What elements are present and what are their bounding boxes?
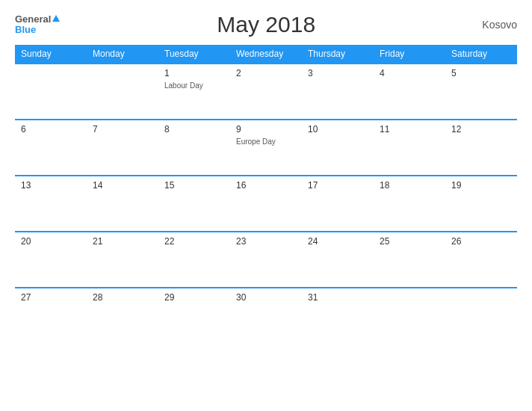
- day-number: 7: [93, 124, 152, 135]
- day-number: 23: [236, 236, 296, 247]
- day-of-week-header: Wednesday: [230, 45, 302, 64]
- calendar-week-row: 6789Europe Day101112: [15, 120, 517, 176]
- day-number: 5: [451, 68, 511, 78]
- calendar-cell: [87, 64, 158, 120]
- day-number: 22: [164, 236, 224, 247]
- day-number: 17: [308, 180, 368, 191]
- calendar-cell: 13: [15, 176, 87, 232]
- calendar-cell: [374, 288, 445, 344]
- calendar-week-row: 20212223242526: [15, 232, 517, 288]
- day-header-row: SundayMondayTuesdayWednesdayThursdayFrid…: [15, 45, 517, 64]
- calendar-cell: 20: [15, 232, 87, 288]
- day-number: 19: [451, 180, 511, 191]
- calendar-cell: 29: [158, 288, 230, 344]
- calendar-cell: 17: [302, 176, 374, 232]
- calendar-table: SundayMondayTuesdayWednesdayThursdayFrid…: [15, 45, 517, 344]
- calendar-cell: 10: [302, 120, 374, 176]
- calendar-cell: 1Labour Day: [158, 64, 230, 120]
- calendar-cell: 30: [230, 288, 302, 344]
- day-of-week-header: Monday: [87, 45, 158, 64]
- calendar-cell: 12: [445, 120, 517, 176]
- calendar-cell: 22: [158, 232, 230, 288]
- event-label: Europe Day: [236, 137, 296, 146]
- day-number: 24: [308, 236, 368, 247]
- day-number: 8: [164, 124, 224, 135]
- day-number: 18: [380, 180, 439, 191]
- calendar-cell: 5: [445, 64, 517, 120]
- calendar-cell: 8: [158, 120, 230, 176]
- calendar-cell: 26: [445, 232, 517, 288]
- day-number: 30: [236, 292, 296, 303]
- day-number: 4: [380, 68, 439, 78]
- day-of-week-header: Tuesday: [158, 45, 230, 64]
- calendar-cell: 18: [374, 176, 445, 232]
- calendar-cell: 16: [230, 176, 302, 232]
- day-number: 13: [21, 180, 81, 191]
- calendar-title: May 2018: [60, 12, 472, 37]
- day-number: 26: [451, 236, 511, 247]
- calendar-cell: 6: [15, 120, 87, 176]
- calendar-cell: 2: [230, 64, 302, 120]
- calendar-cell: 7: [87, 120, 158, 176]
- day-number: 3: [308, 68, 368, 78]
- day-number: 16: [236, 180, 296, 191]
- day-number: 12: [451, 124, 511, 135]
- calendar-week-row: 1Labour Day2345: [15, 64, 517, 120]
- day-number: 27: [21, 292, 81, 303]
- day-number: 2: [236, 68, 296, 78]
- calendar-cell: 14: [87, 176, 158, 232]
- calendar-cell: 3: [302, 64, 374, 120]
- calendar-cell: 23: [230, 232, 302, 288]
- calendar-cell: 27: [15, 288, 87, 344]
- calendar-cell: 15: [158, 176, 230, 232]
- day-number: 25: [380, 236, 439, 247]
- day-number: 10: [308, 124, 368, 135]
- calendar-cell: [15, 64, 87, 120]
- day-number: 14: [93, 180, 152, 191]
- day-number: 11: [380, 124, 439, 135]
- calendar-cell: [445, 288, 517, 344]
- calendar-header: SundayMondayTuesdayWednesdayThursdayFrid…: [15, 45, 517, 64]
- calendar-body: 1Labour Day23456789Europe Day10111213141…: [15, 64, 517, 344]
- page: General Blue May 2018 Kosovo SundayMonda…: [0, 0, 532, 411]
- header: General Blue May 2018 Kosovo: [15, 12, 517, 37]
- day-of-week-header: Thursday: [302, 45, 374, 64]
- calendar-cell: 28: [87, 288, 158, 344]
- day-number: 28: [93, 292, 152, 303]
- calendar-cell: 9Europe Day: [230, 120, 302, 176]
- calendar-cell: 25: [374, 232, 445, 288]
- day-number: 31: [308, 292, 368, 303]
- day-number: 6: [21, 124, 81, 135]
- day-number: 21: [93, 236, 152, 247]
- logo: General Blue: [15, 14, 60, 36]
- day-number: 15: [164, 180, 224, 191]
- day-number: 29: [164, 292, 224, 303]
- event-label: Labour Day: [164, 81, 224, 90]
- calendar-cell: 19: [445, 176, 517, 232]
- calendar-week-row: 2728293031: [15, 288, 517, 344]
- country-label: Kosovo: [472, 19, 517, 31]
- day-number: 9: [236, 124, 296, 135]
- calendar-cell: 24: [302, 232, 374, 288]
- calendar-cell: 31: [302, 288, 374, 344]
- day-of-week-header: Saturday: [445, 45, 517, 64]
- calendar-cell: 21: [87, 232, 158, 288]
- day-number: 20: [21, 236, 81, 247]
- day-number: 1: [164, 68, 224, 78]
- calendar-cell: 11: [374, 120, 445, 176]
- day-of-week-header: Friday: [374, 45, 445, 64]
- calendar-week-row: 13141516171819: [15, 176, 517, 232]
- calendar-cell: 4: [374, 64, 445, 120]
- day-of-week-header: Sunday: [15, 45, 87, 64]
